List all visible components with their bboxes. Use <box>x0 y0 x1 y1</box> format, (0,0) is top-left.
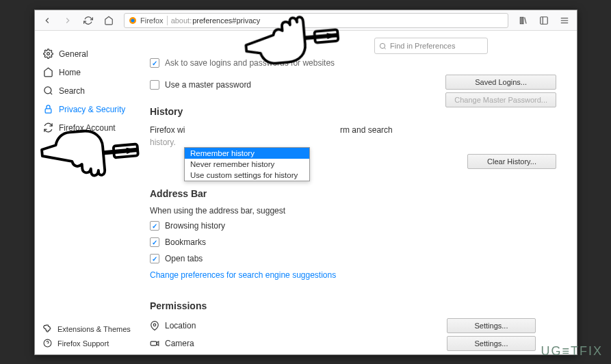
permissions-section-title: Permissions <box>150 300 556 311</box>
firefox-icon <box>129 16 137 25</box>
sidebar-button[interactable] <box>536 12 552 29</box>
sidebar-item-label: Firefox Support <box>57 339 109 348</box>
saved-logins-button[interactable]: Saved Logins... <box>445 75 556 90</box>
history-remember-text: Firefox wi rm and search history. <box>150 124 556 148</box>
svg-line-16 <box>385 47 386 49</box>
sidebar-item-label: Privacy & Security <box>59 105 125 114</box>
svg-point-15 <box>380 43 385 48</box>
home-icon <box>43 67 53 77</box>
addr-product: Firefox <box>140 16 164 25</box>
find-preferences-input[interactable]: Find in Preferences <box>374 38 488 54</box>
svg-rect-12 <box>45 109 51 113</box>
svg-point-9 <box>47 53 50 55</box>
addressbar-section-title: Address Bar <box>150 188 556 199</box>
gear-icon <box>43 49 53 59</box>
menu-button[interactable] <box>556 12 573 29</box>
sidebar-item-label: Search <box>59 86 85 96</box>
svg-point-1 <box>131 18 135 22</box>
reload-button[interactable] <box>80 12 96 29</box>
clear-history-button[interactable]: Clear History... <box>467 154 556 169</box>
watermark: UG≡TFIX <box>541 344 603 359</box>
lock-icon <box>43 104 53 114</box>
svg-point-10 <box>44 87 51 94</box>
ask-save-logins-checkbox[interactable] <box>150 58 159 68</box>
change-master-password-button: Change Master Password... <box>445 92 556 107</box>
suggest-browsing-history-label: Browsing history <box>165 221 225 231</box>
permission-camera-label: Camera <box>165 339 194 348</box>
back-button[interactable] <box>39 12 55 29</box>
browser-toolbar: Firefox about:preferences#privacy <box>35 10 577 31</box>
preferences-sidebar: General Home Search Privacy & Security F… <box>35 31 143 354</box>
history-mode-dropdown[interactable]: Remember history Never remember history … <box>184 147 310 181</box>
suggest-bookmarks-label: Bookmarks <box>165 237 206 247</box>
sidebar-item-label: General <box>59 49 88 59</box>
preferences-main: Find in Preferences Exceptions... Saved … <box>143 31 577 354</box>
search-engine-prefs-link[interactable]: Change preferences for search engine sug… <box>150 270 556 280</box>
camera-icon <box>150 339 159 348</box>
ask-save-logins-label: Ask to save logins and passwords for web… <box>165 58 335 68</box>
search-icon <box>379 42 387 50</box>
puzzle-icon <box>43 324 52 333</box>
svg-rect-2 <box>520 17 521 23</box>
suggest-opentabs-checkbox[interactable] <box>150 254 159 263</box>
master-password-label: Use a master password <box>165 80 251 90</box>
sidebar-item-support[interactable]: Firefox Support <box>35 336 143 350</box>
svg-rect-3 <box>522 17 523 23</box>
dropdown-option-remember[interactable]: Remember history <box>185 148 309 159</box>
forward-button[interactable] <box>60 12 76 29</box>
sidebar-item-search[interactable]: Search <box>35 81 143 100</box>
sidebar-item-label: Firefox Account <box>59 123 116 133</box>
suggest-opentabs-label: Open tabs <box>165 254 203 263</box>
sidebar-item-privacy[interactable]: Privacy & Security <box>35 100 143 118</box>
addr-path: preferences#privacy <box>192 16 260 25</box>
home-button[interactable] <box>101 12 117 29</box>
address-bar[interactable]: Firefox about:preferences#privacy <box>124 13 508 28</box>
svg-rect-4 <box>541 16 548 24</box>
help-icon <box>43 339 52 348</box>
master-password-checkbox[interactable] <box>150 80 159 90</box>
sidebar-item-label: Extensions & Themes <box>57 325 131 333</box>
sidebar-item-extensions[interactable]: Extensions & Themes <box>35 322 143 336</box>
library-button[interactable] <box>515 12 532 29</box>
addressbar-desc: When using the address bar, suggest <box>150 206 556 216</box>
sidebar-item-general[interactable]: General <box>35 44 143 63</box>
search-placeholder: Find in Preferences <box>390 42 455 50</box>
history-section-title: History <box>150 106 556 117</box>
location-icon <box>150 321 159 330</box>
dropdown-option-never[interactable]: Never remember history <box>185 159 309 170</box>
dropdown-option-custom[interactable]: Use custom settings for history <box>185 170 309 181</box>
sidebar-item-account[interactable]: Firefox Account <box>35 118 143 137</box>
sidebar-item-label: Home <box>59 68 81 77</box>
sidebar-item-home[interactable]: Home <box>35 63 143 81</box>
sync-icon <box>43 122 53 133</box>
search-icon <box>43 86 53 96</box>
suggest-bookmarks-checkbox[interactable] <box>150 237 159 247</box>
svg-rect-18 <box>151 341 157 346</box>
permission-location-label: Location <box>165 321 196 330</box>
location-settings-button[interactable]: Settings... <box>447 318 536 333</box>
camera-settings-button[interactable]: Settings... <box>447 336 536 351</box>
svg-line-11 <box>50 92 52 94</box>
addr-prefix: about: <box>171 16 192 25</box>
svg-point-17 <box>153 324 156 326</box>
suggest-browsing-history-checkbox[interactable] <box>150 221 159 231</box>
